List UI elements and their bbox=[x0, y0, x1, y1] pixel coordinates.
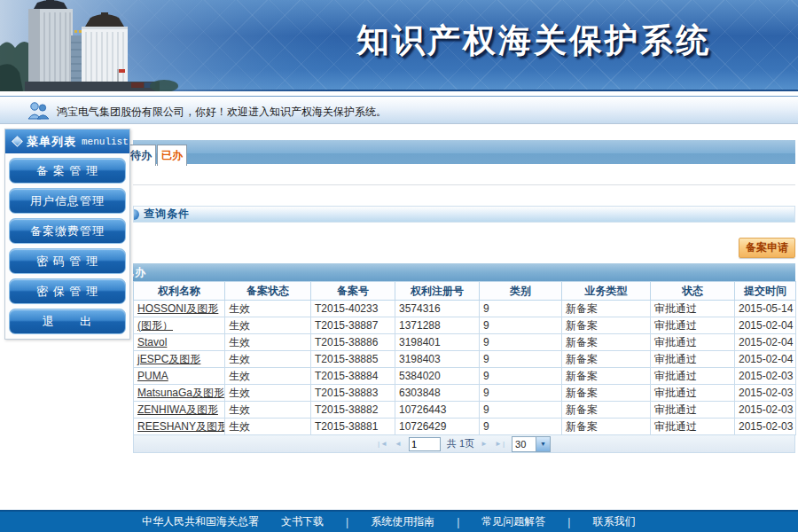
footer-link-1[interactable]: 文书下载 bbox=[281, 514, 324, 529]
cell-状态: 审批通过 bbox=[651, 317, 735, 334]
record-apply-button[interactable]: 备案申请 bbox=[739, 238, 795, 258]
right-name-link[interactable]: (图形） bbox=[137, 319, 173, 332]
cell-权利注册号: 3574316 bbox=[395, 301, 480, 317]
page-size-value: 30 bbox=[512, 437, 536, 451]
cell-权利名称: HOSSONI及图形 bbox=[134, 301, 225, 317]
cell-备案号: T2015-38884 bbox=[311, 368, 395, 385]
first-page-icon[interactable]: |◄ bbox=[378, 440, 388, 448]
pagination-bar: |◄ ◄ 共 1页 ► ►| 30 ▼ bbox=[133, 435, 795, 453]
cell-权利注册号: 5384020 bbox=[395, 368, 480, 385]
records-table: 权利名称备案状态备案号权利注册号类别业务类型状态提交时间 HOSSONI及图形生… bbox=[133, 281, 796, 435]
column-header: 权利注册号 bbox=[395, 282, 480, 301]
cell-备案状态: 生效 bbox=[225, 351, 311, 368]
sidebar-item-yonghu-xinxi-guanli[interactable]: 用户信息管理 bbox=[9, 188, 126, 214]
customs-building-image bbox=[0, 0, 337, 91]
cell-备案状态: 生效 bbox=[225, 419, 311, 435]
page-size-select[interactable]: 30 ▼ bbox=[512, 436, 551, 452]
table-row: Stavol生效T2015-3888631984019新备案审批通过2015-0… bbox=[134, 334, 796, 351]
sidebar-menu-panel: 菜单列表 menulist 备 案 管 理用户信息管理备案缴费管理密 码 管 理… bbox=[4, 129, 130, 340]
cell-类别: 9 bbox=[480, 301, 562, 317]
sidebar-subtitle: menulist bbox=[82, 137, 129, 147]
cell-业务类型: 新备案 bbox=[562, 419, 651, 435]
cell-提交时间: 2015-02-03 bbox=[735, 419, 796, 435]
tab-done[interactable]: 已办 bbox=[157, 145, 187, 166]
query-conditions-title: 查询条件 bbox=[144, 207, 190, 222]
tab-strip: 待办已办 bbox=[133, 140, 795, 164]
footer-link-0[interactable]: 中华人民共和国海关总署 bbox=[142, 514, 259, 529]
table-row: ZENHIWA及图形生效T2015-38882107264439新备案审批通过2… bbox=[134, 402, 796, 419]
cell-状态: 审批通过 bbox=[651, 402, 735, 419]
last-page-icon[interactable]: ►| bbox=[495, 440, 505, 448]
prev-page-icon[interactable]: ◄ bbox=[395, 440, 403, 448]
cell-权利注册号: 10726443 bbox=[395, 402, 480, 419]
footer-link-4[interactable]: 联系我们 bbox=[592, 514, 635, 529]
right-name-link[interactable]: jESPC及图形 bbox=[137, 353, 200, 365]
cell-业务类型: 新备案 bbox=[562, 385, 651, 402]
cell-业务类型: 新备案 bbox=[562, 368, 651, 385]
table-row: REESHANY及图形生效T2015-38881107264299新备案审批通过… bbox=[134, 419, 796, 435]
column-header: 备案号 bbox=[311, 282, 395, 301]
cell-状态: 审批通过 bbox=[651, 385, 735, 402]
table-row: MatsunaGa及图形生效T2015-3888363038489新备案审批通过… bbox=[134, 385, 796, 402]
table-row: PUMA生效T2015-3888453840209新备案审批通过2015-02-… bbox=[134, 368, 796, 385]
query-conditions-bar: 查询条件 bbox=[133, 206, 795, 223]
cell-类别: 9 bbox=[480, 419, 562, 435]
sidebar-item-list: 备 案 管 理用户信息管理备案缴费管理密 码 管 理密 保 管 理退 出 bbox=[5, 158, 129, 334]
cell-状态: 审批通过 bbox=[651, 334, 735, 351]
cell-类别: 9 bbox=[480, 351, 562, 368]
cell-提交时间: 2015-05-14 bbox=[735, 301, 796, 317]
cell-备案号: T2015-38887 bbox=[311, 317, 395, 334]
right-name-link[interactable]: REESHANY及图形 bbox=[137, 420, 225, 433]
footer-link-2[interactable]: 系统使用指南 bbox=[371, 514, 434, 529]
right-name-link[interactable]: HOSSONI及图形 bbox=[137, 302, 218, 315]
cell-备案状态: 生效 bbox=[225, 301, 311, 317]
cell-业务类型: 新备案 bbox=[562, 301, 651, 317]
cell-权利名称: MatsunaGa及图形 bbox=[134, 385, 225, 402]
footer-bar: 中华人民共和国海关总署文书下载|系统使用指南|常见问题解答|联系我们 bbox=[0, 510, 798, 532]
cell-提交时间: 2015-02-04 bbox=[735, 351, 796, 368]
table-row: jESPC及图形生效T2015-3888531984039新备案审批通过2015… bbox=[134, 351, 796, 368]
grid-section-title: 已办 bbox=[133, 263, 146, 281]
cell-权利名称: Stavol bbox=[134, 334, 225, 351]
sidebar-item-tuichu[interactable]: 退 出 bbox=[9, 309, 126, 334]
sidebar-item-mibao-guanli[interactable]: 密 保 管 理 bbox=[9, 278, 126, 304]
right-name-link[interactable]: ZENHIWA及图形 bbox=[137, 403, 218, 416]
cell-权利注册号: 3198403 bbox=[395, 351, 480, 368]
cell-状态: 审批通过 bbox=[651, 419, 735, 435]
sidebar-item-beian-jiaofei-guanli[interactable]: 备案缴费管理 bbox=[9, 218, 126, 244]
column-header: 状态 bbox=[651, 282, 735, 301]
cell-备案号: T2015-38886 bbox=[311, 334, 395, 351]
header-banner: 知识产权海关保护系统 bbox=[0, 0, 798, 91]
sidebar-header: 菜单列表 menulist bbox=[5, 129, 129, 153]
footer-link-3[interactable]: 常见问题解答 bbox=[481, 514, 545, 529]
action-row: 备案申请 bbox=[133, 223, 795, 263]
sidebar-title: 菜单列表 bbox=[27, 134, 76, 150]
right-name-link[interactable]: PUMA bbox=[137, 370, 168, 382]
cell-备案状态: 生效 bbox=[225, 368, 311, 385]
diamond-icon bbox=[12, 136, 23, 147]
column-header: 提交时间 bbox=[735, 282, 796, 301]
sidebar-item-mima-guanli[interactable]: 密 码 管 理 bbox=[9, 248, 126, 274]
cell-权利名称: (图形） bbox=[134, 317, 225, 334]
cell-业务类型: 新备案 bbox=[562, 334, 651, 351]
tab-todo[interactable]: 待办 bbox=[126, 145, 156, 166]
cell-提交时间: 2015-02-03 bbox=[735, 402, 796, 419]
cell-权利注册号: 3198401 bbox=[395, 334, 480, 351]
welcome-message: 鸿宝电气集团股份有限公司，你好！欢迎进入知识产权海关保护系统。 bbox=[57, 105, 387, 120]
cell-备案号: T2015-38883 bbox=[311, 385, 395, 402]
column-header: 业务类型 bbox=[562, 282, 651, 301]
total-pages-label: 共 1页 bbox=[447, 437, 474, 450]
right-name-link[interactable]: MatsunaGa及图形 bbox=[137, 387, 224, 399]
right-name-link[interactable]: Stavol bbox=[137, 336, 167, 348]
cell-备案号: T2015-38881 bbox=[311, 419, 395, 435]
next-page-icon[interactable]: ► bbox=[481, 440, 489, 448]
cell-备案状态: 生效 bbox=[225, 385, 311, 402]
column-header: 备案状态 bbox=[225, 282, 311, 301]
footer-separator: | bbox=[457, 516, 459, 528]
page-number-input[interactable] bbox=[409, 437, 441, 451]
table-row: HOSSONI及图形生效T2015-4023335743169新备案审批通过20… bbox=[134, 301, 796, 317]
cell-类别: 9 bbox=[480, 334, 562, 351]
sidebar-item-beian-guanli[interactable]: 备 案 管 理 bbox=[9, 158, 126, 184]
cell-备案号: T2015-38882 bbox=[311, 402, 395, 419]
table-header-row: 权利名称备案状态备案号权利注册号类别业务类型状态提交时间 bbox=[134, 282, 796, 301]
